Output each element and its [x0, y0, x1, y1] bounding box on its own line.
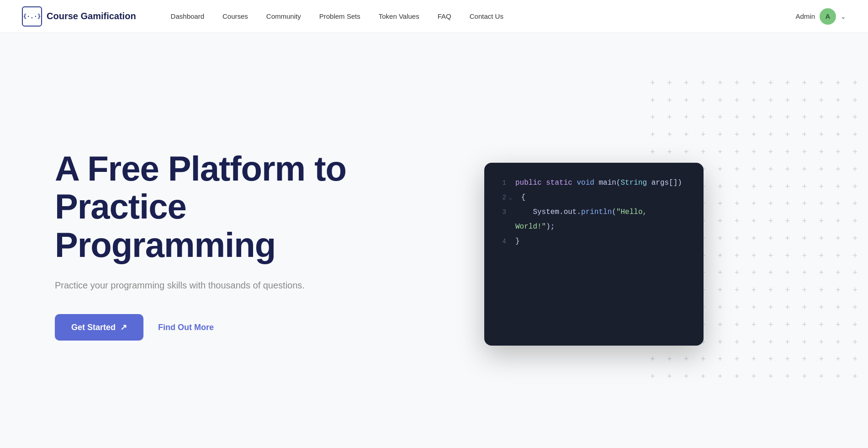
dot-plus-icon: +	[678, 126, 695, 143]
dot-plus-icon: +	[762, 126, 779, 143]
dot-plus-icon: +	[847, 333, 863, 351]
dot-plus-icon: +	[796, 126, 813, 143]
dot-plus-icon: +	[847, 178, 863, 195]
dot-plus-icon: +	[847, 109, 863, 126]
user-avatar: A	[820, 8, 836, 25]
dot-plus-icon: +	[746, 74, 762, 91]
dot-plus-icon: +	[847, 281, 863, 299]
code-line-2: 2 ⌄ {	[499, 190, 689, 205]
dot-plus-icon: +	[813, 264, 830, 282]
dot-plus-icon: +	[678, 91, 695, 109]
dot-plus-icon: +	[695, 74, 712, 91]
dot-plus-icon: +	[678, 368, 695, 385]
dot-plus-icon: +	[712, 350, 729, 368]
dot-plus-icon: +	[847, 74, 863, 91]
dot-plus-icon: +	[813, 91, 830, 109]
dot-plus-icon: +	[796, 74, 813, 91]
dot-plus-icon: +	[695, 91, 712, 109]
hero-subtitle: Practice your programming skills with th…	[55, 278, 375, 292]
dot-plus-icon: +	[830, 299, 847, 316]
code-panel: 1 public static void main(String args[])…	[484, 163, 704, 346]
dot-plus-icon: +	[847, 126, 863, 143]
nav-token-values[interactable]: Token Values	[371, 9, 427, 24]
user-menu[interactable]: Admin A ⌄	[795, 8, 846, 25]
dot-plus-icon: +	[729, 350, 746, 368]
dot-plus-icon: +	[661, 109, 678, 126]
nav-community[interactable]: Community	[259, 9, 308, 24]
code-line-1: 1 public static void main(String args[])	[499, 176, 689, 190]
dot-plus-icon: +	[847, 316, 863, 333]
dot-plus-icon: +	[779, 368, 796, 385]
dot-plus-icon: +	[762, 350, 779, 368]
dot-plus-icon: +	[762, 74, 779, 91]
arrow-icon: ↗	[120, 322, 127, 332]
nav-faq[interactable]: FAQ	[430, 9, 459, 24]
dot-plus-icon: +	[729, 91, 746, 109]
dot-plus-icon: +	[813, 333, 830, 351]
dot-plus-icon: +	[729, 126, 746, 143]
dot-plus-icon: +	[813, 195, 830, 212]
dot-plus-icon: +	[779, 126, 796, 143]
get-started-button[interactable]: Get Started ↗	[55, 314, 143, 341]
dot-plus-icon: +	[847, 229, 863, 247]
dot-plus-icon: +	[644, 126, 661, 143]
nav-links: Dashboard Courses Community Problem Sets…	[164, 9, 796, 24]
dot-plus-icon: +	[813, 229, 830, 247]
dot-plus-icon: +	[695, 109, 712, 126]
hero-content: A Free Platform to Practice Programming …	[55, 149, 375, 341]
dot-plus-icon: +	[847, 143, 863, 160]
nav-dashboard[interactable]: Dashboard	[164, 9, 212, 24]
dot-plus-icon: +	[644, 74, 661, 91]
dot-plus-icon: +	[830, 143, 847, 160]
chevron-down-icon: ⌄	[841, 13, 846, 20]
nav-contact-us[interactable]: Contact Us	[462, 9, 511, 24]
dot-plus-icon: +	[830, 160, 847, 178]
dot-plus-icon: +	[779, 91, 796, 109]
dot-plus-icon: +	[661, 368, 678, 385]
dot-plus-icon: +	[830, 91, 847, 109]
dot-plus-icon: +	[746, 109, 762, 126]
brand-logo-icon: {·.·}	[22, 6, 42, 27]
dot-plus-icon: +	[847, 350, 863, 368]
dot-plus-icon: +	[661, 126, 678, 143]
dot-plus-icon: +	[644, 368, 661, 385]
brand-link[interactable]: {·.·} Course Gamification	[22, 6, 136, 27]
dot-plus-icon: +	[796, 91, 813, 109]
dot-plus-icon: +	[830, 281, 847, 299]
dot-plus-icon: +	[644, 350, 661, 368]
find-out-more-link[interactable]: Find Out More	[158, 323, 214, 332]
dot-plus-icon: +	[813, 350, 830, 368]
dot-plus-icon: +	[830, 229, 847, 247]
dot-plus-icon: +	[762, 109, 779, 126]
dot-plus-icon: +	[813, 212, 830, 229]
nav-courses[interactable]: Courses	[215, 9, 255, 24]
nav-problem-sets[interactable]: Problem Sets	[312, 9, 368, 24]
dot-plus-icon: +	[762, 368, 779, 385]
dot-plus-icon: +	[830, 109, 847, 126]
code-line-3: 3 System.out.println("Hello, World!");	[499, 205, 689, 234]
dot-plus-icon: +	[695, 126, 712, 143]
dot-plus-icon: +	[813, 126, 830, 143]
dot-plus-icon: +	[830, 195, 847, 212]
dot-plus-icon: +	[729, 368, 746, 385]
dot-plus-icon: +	[746, 126, 762, 143]
dot-plus-icon: +	[847, 91, 863, 109]
dot-plus-icon: +	[813, 247, 830, 264]
dot-plus-icon: +	[779, 350, 796, 368]
code-line-4: 4 }	[499, 234, 689, 249]
dot-plus-icon: +	[712, 74, 729, 91]
dot-plus-icon: +	[813, 109, 830, 126]
dot-plus-icon: +	[847, 212, 863, 229]
dot-plus-icon: +	[830, 126, 847, 143]
dot-plus-icon: +	[830, 247, 847, 264]
dot-plus-icon: +	[712, 368, 729, 385]
dot-plus-icon: +	[830, 178, 847, 195]
dot-plus-icon: +	[830, 74, 847, 91]
dot-plus-icon: +	[695, 368, 712, 385]
dot-plus-icon: +	[813, 74, 830, 91]
dot-plus-icon: +	[746, 91, 762, 109]
dot-plus-icon: +	[813, 299, 830, 316]
dot-plus-icon: +	[729, 74, 746, 91]
dot-plus-icon: +	[813, 316, 830, 333]
dot-plus-icon: +	[712, 109, 729, 126]
